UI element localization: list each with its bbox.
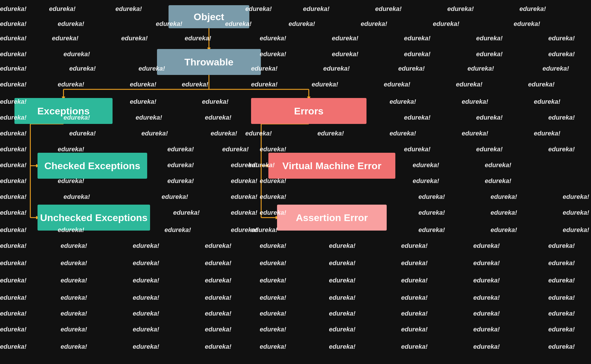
watermark-text: edureka! xyxy=(205,259,231,267)
throwable-label: Throwable xyxy=(184,56,233,68)
watermark-text: edureka! xyxy=(0,65,27,72)
watermark-text: edureka! xyxy=(485,161,511,169)
watermark-text: edureka! xyxy=(133,343,159,350)
watermark-text: edureka! xyxy=(260,35,286,42)
watermark-text: edureka! xyxy=(251,81,278,88)
watermark-text: edureka! xyxy=(404,114,431,121)
watermark-text: edureka! xyxy=(401,277,428,284)
watermark-text: edureka! xyxy=(205,114,231,121)
watermark-text: edureka! xyxy=(390,98,416,105)
watermark-text: edureka! xyxy=(0,35,27,42)
watermark-text: edureka! xyxy=(69,65,96,72)
watermark-text: edureka! xyxy=(0,277,27,284)
watermark-text: edureka! xyxy=(332,50,358,58)
watermark-text: edureka! xyxy=(0,177,27,185)
watermark-text: edureka! xyxy=(52,35,78,42)
watermark-text: edureka! xyxy=(133,259,159,267)
watermark-text: edureka! xyxy=(205,326,231,333)
watermark-text: edureka! xyxy=(534,130,560,137)
box-vme: Virtual Machine Error xyxy=(268,153,395,179)
watermark-text: edureka! xyxy=(0,343,27,350)
watermark-text: edureka! xyxy=(0,50,27,58)
watermark-text: edureka! xyxy=(164,226,191,234)
watermark-text: edureka! xyxy=(0,294,27,301)
diagram-container: Object Throwable Exceptions Errors Check… xyxy=(0,0,591,364)
watermark-text: edureka! xyxy=(205,310,231,317)
watermark-text: edureka! xyxy=(491,226,517,234)
box-checked: Checked Exceptions xyxy=(38,153,147,179)
watermark-text: edureka! xyxy=(473,242,500,250)
watermark-text: edureka! xyxy=(404,50,431,58)
watermark-text: edureka! xyxy=(548,242,575,250)
watermark-text: edureka! xyxy=(485,177,511,185)
watermark-text: edureka! xyxy=(390,130,416,137)
watermark-text: edureka! xyxy=(231,193,257,201)
watermark-text: edureka! xyxy=(514,20,540,28)
watermark-text: edureka! xyxy=(133,294,159,301)
watermark-text: edureka! xyxy=(222,146,249,153)
watermark-text: edureka! xyxy=(534,98,560,105)
watermark-text: edureka! xyxy=(0,161,27,169)
watermark-text: edureka! xyxy=(548,326,575,333)
watermark-text: edureka! xyxy=(61,310,87,317)
box-exceptions: Exceptions xyxy=(14,98,113,124)
watermark-text: edureka! xyxy=(401,310,428,317)
watermark-text: edureka! xyxy=(133,242,159,250)
watermark-text: edureka! xyxy=(167,177,194,185)
watermark-text: edureka! xyxy=(0,209,27,216)
watermark-text: edureka! xyxy=(167,146,194,153)
connectors-svg xyxy=(0,0,591,364)
watermark-text: edureka! xyxy=(0,20,27,28)
watermark-text: edureka! xyxy=(260,326,286,333)
watermark-text: edureka! xyxy=(205,343,231,350)
watermark-text: edureka! xyxy=(61,294,87,301)
watermark-text: edureka! xyxy=(260,193,286,201)
watermark-text: edureka! xyxy=(473,294,500,301)
box-unchecked: Unchecked Exceptions xyxy=(38,205,150,231)
watermark-text: edureka! xyxy=(473,343,500,350)
watermark-text: edureka! xyxy=(462,130,488,137)
watermark-text: edureka! xyxy=(0,5,27,13)
watermark-text: edureka! xyxy=(133,310,159,317)
watermark-text: edureka! xyxy=(0,226,27,234)
watermark-text: edureka! xyxy=(548,343,575,350)
box-assertion: Assertion Error xyxy=(277,205,387,231)
watermark-text: edureka! xyxy=(361,20,387,28)
watermark-text: edureka! xyxy=(401,326,428,333)
watermark-text: edureka! xyxy=(519,5,546,13)
watermark-text: edureka! xyxy=(401,294,428,301)
watermark-text: edureka! xyxy=(63,50,90,58)
watermark-text: edureka! xyxy=(260,259,286,267)
watermark-text: edureka! xyxy=(303,5,330,13)
watermark-text: edureka! xyxy=(563,193,589,201)
watermark-text: edureka! xyxy=(548,310,575,317)
errors-label: Errors xyxy=(294,105,323,117)
exceptions-label: Exceptions xyxy=(37,105,89,117)
watermark-text: edureka! xyxy=(289,20,315,28)
watermark-text: edureka! xyxy=(167,161,194,169)
watermark-text: edureka! xyxy=(413,161,439,169)
watermark-text: edureka! xyxy=(329,310,356,317)
watermark-text: edureka! xyxy=(413,177,439,185)
watermark-text: edureka! xyxy=(329,294,356,301)
object-label: Object xyxy=(194,11,224,22)
watermark-text: edureka! xyxy=(433,20,459,28)
watermark-text: edureka! xyxy=(231,161,257,169)
watermark-text: edureka! xyxy=(548,146,575,153)
watermark-text: edureka! xyxy=(0,242,27,250)
vme-label: Virtual Machine Error xyxy=(282,160,381,171)
watermark-text: edureka! xyxy=(260,50,286,58)
watermark-text: edureka! xyxy=(398,65,425,72)
watermark-text: edureka! xyxy=(456,81,482,88)
watermark-text: edureka! xyxy=(473,326,500,333)
watermark-text: edureka! xyxy=(231,209,257,216)
watermark-text: edureka! xyxy=(447,5,474,13)
watermark-text: edureka! xyxy=(61,326,87,333)
watermark-text: edureka! xyxy=(58,146,84,153)
watermark-text: edureka! xyxy=(401,259,428,267)
watermark-text: edureka! xyxy=(0,81,27,88)
watermark-text: edureka! xyxy=(231,226,257,234)
watermark-text: edureka! xyxy=(476,50,503,58)
watermark-text: edureka! xyxy=(245,130,272,137)
watermark-text: edureka! xyxy=(329,326,356,333)
